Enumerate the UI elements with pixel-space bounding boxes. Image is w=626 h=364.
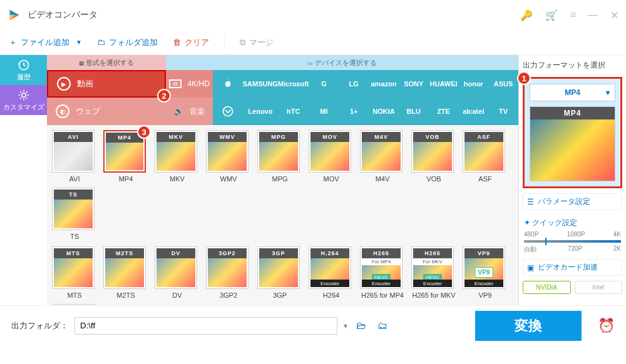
- format-mpg[interactable]: MPGMPG: [257, 130, 302, 183]
- category-video-label: 動画: [77, 78, 93, 89]
- format-label: M4V: [360, 175, 405, 183]
- category-audio[interactable]: 🔊 音楽: [166, 98, 213, 125]
- format-h265-for-mkv[interactable]: H265For MKVHEVCEncoderH265 for MKV: [411, 246, 456, 299]
- format-image: [106, 143, 143, 170]
- format-divx[interactable]: DIVXDIVX: [52, 304, 97, 305]
- brand-apple-motorola[interactable]: [213, 70, 243, 98]
- output-folder-input[interactable]: [74, 317, 337, 335]
- format-avi[interactable]: AVIAVI: [52, 130, 97, 183]
- format-dv[interactable]: DVDV: [155, 246, 200, 299]
- key-icon[interactable]: 🔑: [520, 9, 533, 21]
- customize-tab[interactable]: カスタマイズ: [0, 85, 47, 115]
- brand-LG[interactable]: LG: [339, 70, 369, 98]
- settings-icon[interactable]: ≡: [570, 9, 576, 21]
- output-folder-dropdown[interactable]: ▾: [344, 321, 347, 330]
- format-m4v[interactable]: M4VM4V: [360, 130, 405, 183]
- format-label: MTS: [52, 291, 97, 299]
- nvidia-badge[interactable]: NVIDIA: [523, 281, 571, 294]
- format-code: AVI: [54, 132, 93, 142]
- format-mts[interactable]: MTSMTS: [52, 246, 97, 299]
- annotation-1: 1: [517, 71, 531, 85]
- merge-label: マージ: [249, 37, 274, 48]
- format-3gp2[interactable]: 3GP23GP2: [206, 246, 251, 299]
- brand-Microsoft[interactable]: Microsoft: [278, 70, 309, 98]
- format-m2ts[interactable]: M2TSM2TS: [103, 246, 148, 299]
- cart-icon[interactable]: 🛒: [545, 9, 558, 21]
- format-grid: AVIAVI3MP4MP4MKVMKVWMVWMVMPGMPGMOVMOVM4V…: [47, 125, 518, 305]
- format-asf[interactable]: ASFASF: [463, 130, 508, 183]
- brand-amazon[interactable]: amazon: [369, 70, 399, 98]
- format-thumb: DV: [155, 246, 197, 289]
- preview-code: MP4: [530, 107, 615, 119]
- format-label: H265 for MKV: [411, 291, 456, 299]
- format-image: VP9Encoder: [464, 258, 503, 287]
- brand-apple-motorola[interactable]: [213, 98, 243, 125]
- merge-button[interactable]: ⧉ マージ: [240, 37, 274, 48]
- param-label: パラメータ設定: [538, 196, 590, 207]
- output-format-dropdown[interactable]: MP4: [530, 84, 615, 101]
- brand-SAMSUNG[interactable]: SAMSUNG: [243, 70, 278, 98]
- format-3gp[interactable]: 3GP3GP: [257, 246, 302, 299]
- preview-image: [530, 119, 615, 181]
- history-tab[interactable]: 履歴: [0, 55, 47, 85]
- category-4k[interactable]: 4k 4K/HD: [166, 70, 213, 98]
- output-format-box: 1 MP4 MP4: [523, 77, 622, 188]
- category-video[interactable]: ▶ 動画 2: [47, 70, 166, 98]
- brand-ASUS[interactable]: ASUS: [488, 70, 518, 98]
- format-wmv[interactable]: WMVWMV: [206, 130, 251, 183]
- format-h265-for-mp4[interactable]: H265For MP4HEVCEncoderH265 for MP4: [360, 246, 405, 299]
- format-code: MOV: [310, 132, 349, 142]
- intel-badge[interactable]: Intel: [575, 281, 623, 294]
- format-h264[interactable]: H.264EncoderH264: [309, 246, 354, 299]
- schedule-icon[interactable]: ⏰: [598, 318, 615, 334]
- brand-MI[interactable]: MI: [309, 98, 339, 125]
- format-thumb: AVI: [52, 130, 95, 173]
- brand-TV[interactable]: TV: [488, 98, 518, 125]
- resolution-slider[interactable]: [524, 240, 621, 243]
- toolbar: ＋ ファイル追加 ▼ 🗀 フォルダ追加 🗑 クリア ⧉ マージ: [0, 30, 626, 55]
- brand-G[interactable]: G: [309, 70, 339, 98]
- svg-point-5: [223, 107, 232, 116]
- browse-button[interactable]: 🗂: [375, 318, 390, 334]
- brand-Lenovo[interactable]: Lenovo: [243, 98, 278, 125]
- clear-button[interactable]: 🗑 クリア: [173, 37, 209, 48]
- chevron-down-icon[interactable]: ▼: [76, 39, 82, 46]
- open-folder-button[interactable]: 🗁: [354, 318, 369, 334]
- brand-BLU[interactable]: BLU: [399, 98, 429, 125]
- format-code: H265: [362, 248, 401, 258]
- format-ts[interactable]: TSTS: [52, 188, 97, 240]
- format-vp9[interactable]: VP9VP9EncoderVP9: [463, 246, 508, 299]
- brand-hTC[interactable]: hTC: [278, 98, 309, 125]
- history-icon: [18, 59, 30, 71]
- brand-SONY[interactable]: SONY: [399, 70, 429, 98]
- brand-honor[interactable]: honor: [458, 70, 488, 98]
- trash-icon: 🗑: [173, 38, 181, 47]
- brand-ZTE[interactable]: ZTE: [429, 98, 459, 125]
- add-folder-button[interactable]: 🗀 フォルダ追加: [97, 37, 158, 48]
- convert-button[interactable]: 変換: [475, 311, 582, 341]
- format-mkv[interactable]: MKVMKV: [155, 130, 200, 183]
- brand-1+[interactable]: 1+: [339, 98, 369, 125]
- format-code: VOB: [413, 132, 452, 142]
- format-thumb: MPG: [257, 130, 300, 173]
- format-label: M2TS: [103, 291, 148, 299]
- format-mp4[interactable]: 3MP4MP4: [103, 130, 148, 183]
- gpu-label: ビデオカード加速: [538, 262, 598, 273]
- format-mov[interactable]: MOVMOV: [309, 130, 354, 183]
- brand-NOKIA[interactable]: NOKIA: [369, 98, 399, 125]
- brand-alcatel[interactable]: alcatel: [458, 98, 488, 125]
- category-web[interactable]: ◐ ウェブ: [47, 98, 166, 125]
- gpu-accel-button[interactable]: ▣ ビデオカード加速: [523, 259, 622, 276]
- format-label: TS: [52, 233, 97, 240]
- minimize-button[interactable]: —: [588, 11, 597, 19]
- param-settings-button[interactable]: ☰ パラメータ設定: [523, 193, 622, 210]
- format-image: [259, 142, 298, 171]
- close-button[interactable]: ✕: [610, 11, 618, 19]
- format-label: MPG: [257, 175, 302, 183]
- format-image: Encoder: [310, 258, 349, 287]
- add-file-button[interactable]: ＋ ファイル追加 ▼: [9, 37, 82, 48]
- format-code: WMV: [208, 132, 247, 142]
- format-vob[interactable]: VOBVOB: [411, 130, 456, 183]
- brand-HUAWEI[interactable]: HUAWEI: [429, 70, 459, 98]
- format-image: [105, 258, 144, 287]
